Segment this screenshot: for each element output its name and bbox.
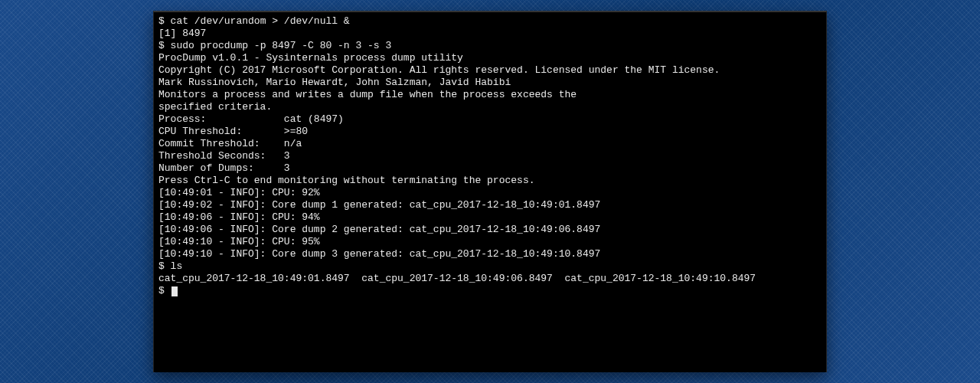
terminal-line: [10:49:06 - INFO]: CPU: 94%	[158, 211, 822, 224]
shell-prompt: $	[158, 260, 171, 272]
cursor-icon	[172, 286, 178, 296]
terminal-line: $ ls	[158, 260, 822, 273]
terminal-line: Commit Threshold: n/a	[158, 138, 822, 150]
terminal-line: Press Ctrl-C to end monitoring without t…	[158, 175, 822, 187]
terminal-window[interactable]: $ cat /dev/urandom > /dev/null & [1] 849…	[153, 11, 827, 372]
terminal-line: [1] 8497	[158, 28, 822, 40]
terminal-line: [10:49:06 - INFO]: Core dump 2 generated…	[158, 224, 822, 236]
terminal-line: Number of Dumps: 3	[158, 162, 822, 175]
terminal-line: Copyright (C) 2017 Microsoft Corporation…	[158, 64, 822, 77]
terminal-line: $ cat /dev/urandom > /dev/null &	[158, 15, 822, 28]
terminal-line: $ sudo procdump -p 8497 -C 80 -n 3 -s 3	[158, 40, 822, 52]
terminal-line[interactable]: $	[158, 285, 822, 297]
command-text: ls	[171, 260, 183, 272]
shell-prompt: $	[158, 15, 171, 27]
terminal-line: Monitors a process and writes a dump fil…	[158, 89, 822, 101]
terminal-content: $ cat /dev/urandom > /dev/null & [1] 849…	[158, 15, 822, 297]
terminal-line: [10:49:10 - INFO]: CPU: 95%	[158, 236, 822, 248]
terminal-line: ProcDump v1.0.1 - Sysinternals process d…	[158, 52, 822, 64]
terminal-line: specified criteria.	[158, 101, 822, 113]
command-text: cat /dev/urandom > /dev/null &	[171, 15, 350, 27]
command-text: sudo procdump -p 8497 -C 80 -n 3 -s 3	[171, 40, 392, 51]
terminal-line: [10:49:02 - INFO]: Core dump 1 generated…	[158, 199, 822, 211]
terminal-line: [10:49:01 - INFO]: CPU: 92%	[158, 187, 822, 199]
shell-prompt: $	[158, 285, 171, 296]
terminal-line: Process: cat (8497)	[158, 113, 822, 126]
shell-prompt: $	[158, 40, 171, 51]
terminal-line: [10:49:10 - INFO]: Core dump 3 generated…	[158, 248, 822, 260]
terminal-line: Mark Russinovich, Mario Hewardt, John Sa…	[158, 77, 822, 89]
terminal-line: cat_cpu_2017-12-18_10:49:01.8497 cat_cpu…	[158, 273, 822, 285]
terminal-line: Threshold Seconds: 3	[158, 150, 822, 162]
terminal-line: CPU Threshold: >=80	[158, 126, 822, 138]
